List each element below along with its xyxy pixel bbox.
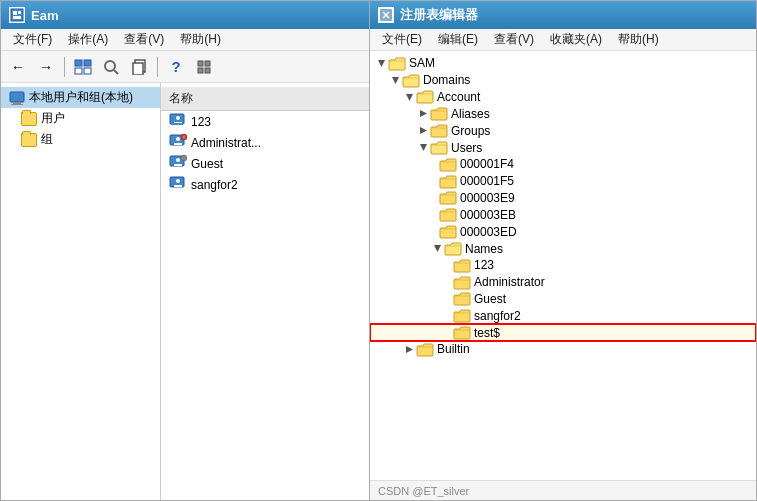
forward-button[interactable]: → (33, 54, 59, 80)
reg-node-label-users: Users (451, 141, 482, 155)
reg-tree-node-ed[interactable]: 000003ED (370, 223, 756, 240)
svg-rect-22 (174, 122, 182, 123)
reg-tree-node-eb[interactable]: 000003EB (370, 206, 756, 223)
menu-file[interactable]: 文件(F) (5, 29, 60, 50)
reg-node-label-domains: Domains (423, 73, 470, 87)
folder-icon-names_guest (453, 292, 474, 307)
reg-tree-node-aliases[interactable]: Aliases (370, 105, 756, 122)
svg-rect-1 (13, 11, 17, 15)
list-item-label: Guest (191, 157, 223, 171)
folder-icon-groups (430, 123, 451, 138)
reg-node-label-groups: Groups (451, 124, 490, 138)
list-item[interactable]: sangfor2 (161, 174, 369, 195)
reg-node-label-ed: 000003ED (460, 225, 517, 239)
expand-arrow-groups[interactable] (416, 124, 430, 138)
reg-tree-node-names_test[interactable]: test$ (370, 324, 756, 341)
svg-rect-25 (174, 143, 182, 145)
left-window-icon (9, 7, 25, 23)
folder-icon-groups (21, 133, 37, 147)
user-item-icon-guest (169, 155, 187, 172)
user-item-icon-sangfor2 (169, 176, 187, 193)
left-tree: 本地用户和组(本地) 用户 组 (1, 83, 161, 500)
reg-tree-node-e9[interactable]: 000003E9 (370, 190, 756, 207)
computer-icon (9, 91, 25, 105)
reg-tree-node-f5[interactable]: 000001F5 (370, 173, 756, 190)
expand-arrow-aliases[interactable] (416, 107, 430, 121)
folder-icon-names_test (453, 325, 474, 340)
settings-button[interactable] (191, 54, 217, 80)
reg-tree-node-names_sangfor2[interactable]: sangfor2 (370, 307, 756, 324)
svg-rect-18 (11, 104, 23, 105)
reg-menu-fav[interactable]: 收藏夹(A) (542, 29, 610, 50)
reg-titlebar: 注册表编辑器 (370, 1, 756, 29)
expand-arrow-users[interactable] (416, 141, 430, 155)
reg-tree-node-names[interactable]: Names (370, 240, 756, 257)
svg-rect-17 (13, 102, 21, 104)
folder-icon-names_admin (453, 275, 474, 290)
reg-menu-view[interactable]: 查看(V) (486, 29, 542, 50)
reg-tree-node-names_guest[interactable]: Guest (370, 291, 756, 308)
expand-arrow-sam[interactable] (374, 56, 388, 70)
folder-icon-sam (388, 56, 409, 71)
reg-node-label-names_guest: Guest (474, 292, 506, 306)
left-list: 名称 123 (161, 83, 369, 500)
left-panel: Eam 文件(F) 操作(A) 查看(V) 帮助(H) ← → (0, 0, 370, 501)
folder-icon-users (430, 140, 451, 155)
expand-arrow-names_123 (444, 258, 453, 272)
copy-button[interactable] (126, 54, 152, 80)
back-button[interactable]: ← (5, 54, 31, 80)
user-item-icon-123 (169, 113, 187, 130)
expand-arrow-account[interactable] (402, 90, 416, 104)
reg-tree-node-domains[interactable]: Domains (370, 72, 756, 89)
reg-menu-file[interactable]: 文件(E) (374, 29, 430, 50)
svg-marker-42 (420, 127, 427, 134)
reg-tree-node-names_123[interactable]: 123 (370, 257, 756, 274)
menu-help[interactable]: 帮助(H) (172, 29, 229, 50)
expand-arrow-names_guest (444, 292, 453, 306)
reg-menu-help[interactable]: 帮助(H) (610, 29, 667, 50)
reg-node-label-names_123: 123 (474, 258, 494, 272)
reg-tree-node-account[interactable]: Account (370, 89, 756, 106)
search-button[interactable] (98, 54, 124, 80)
left-title: Eam (31, 8, 58, 23)
list-item-label: sangfor2 (191, 178, 238, 192)
tree-root[interactable]: 本地用户和组(本地) (1, 87, 160, 108)
reg-node-label-names_admin: Administrator (474, 275, 545, 289)
svg-marker-44 (434, 245, 441, 252)
reg-tree: SAM Domains Account Aliases Groups Users… (370, 51, 756, 480)
tree-groups[interactable]: 组 (1, 129, 160, 150)
reg-tree-node-names_admin[interactable]: Administrator (370, 274, 756, 291)
list-item[interactable]: Guest (161, 153, 369, 174)
list-item[interactable]: 123 (161, 111, 369, 132)
help-button[interactable]: ? (163, 54, 189, 80)
svg-point-29 (176, 158, 180, 162)
reg-tree-node-sam[interactable]: SAM (370, 55, 756, 72)
reg-node-label-account: Account (437, 90, 480, 104)
reg-node-label-names_sangfor2: sangfor2 (474, 309, 521, 323)
expand-arrow-names[interactable] (430, 242, 444, 256)
tree-users[interactable]: 用户 (1, 108, 160, 129)
svg-rect-34 (174, 185, 182, 187)
reg-tree-node-builtin[interactable]: Builtin (370, 341, 756, 358)
expand-arrow-ed (430, 225, 439, 239)
reg-menu-edit[interactable]: 编辑(E) (430, 29, 486, 50)
view-button[interactable] (70, 54, 96, 80)
menu-action[interactable]: 操作(A) (60, 29, 116, 50)
tree-root-label: 本地用户和组(本地) (29, 89, 133, 106)
left-menubar: 文件(F) 操作(A) 查看(V) 帮助(H) (1, 29, 369, 51)
expand-arrow-builtin[interactable] (402, 342, 416, 356)
svg-rect-5 (84, 60, 91, 66)
svg-rect-11 (133, 63, 143, 75)
menu-view[interactable]: 查看(V) (116, 29, 172, 50)
reg-tree-node-users[interactable]: Users (370, 139, 756, 156)
list-item-label: Administrat... (191, 136, 261, 150)
tree-groups-label: 组 (41, 131, 53, 148)
folder-icon-names_123 (453, 258, 474, 273)
left-titlebar: Eam (1, 1, 369, 29)
reg-tree-node-groups[interactable]: Groups (370, 122, 756, 139)
list-item[interactable]: ! Administrat... (161, 132, 369, 153)
reg-tree-node-f4[interactable]: 000001F4 (370, 156, 756, 173)
reg-window-icon (378, 7, 394, 23)
status-bar: CSDN @ET_silver (370, 480, 756, 500)
expand-arrow-domains[interactable] (388, 73, 402, 87)
